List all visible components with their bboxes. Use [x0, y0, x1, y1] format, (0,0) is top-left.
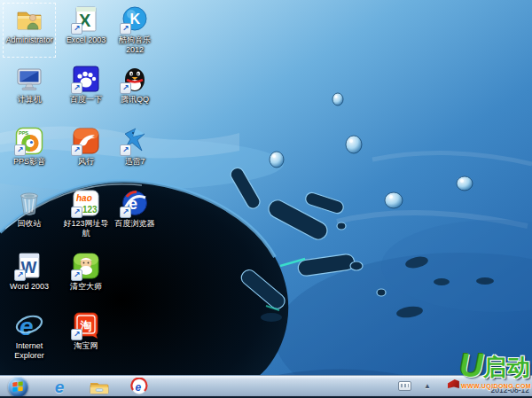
start-button[interactable] [4, 377, 31, 396]
baidu-paw-icon: ↗ [72, 65, 100, 93]
desktop-icon-baidu-browser[interactable]: e ↗ 百度浏览器 [106, 189, 163, 229]
taskbar-internet-explorer[interactable]: e [46, 377, 73, 396]
xunlei-bird-icon: ↗ [121, 127, 149, 155]
desktop-icon-computer[interactable]: 计算机 [1, 65, 58, 105]
icon-label: Internet Explorer [4, 341, 54, 361]
taobao-icon: 淘 ↗ [72, 311, 100, 339]
icon-label: 计算机 [4, 95, 54, 105]
icon-label: Excel 2003 [61, 35, 111, 45]
icon-label: 酷狗音乐 2012 [110, 35, 160, 55]
shortcut-arrow-icon: ↗ [120, 144, 131, 156]
svg-text:K: K [130, 12, 141, 27]
desktop-icon-taobao[interactable]: 淘 ↗ 淘宝网 [58, 311, 114, 351]
taskbar: e e [0, 375, 532, 396]
icon-label: 腾讯QQ [110, 95, 160, 105]
user-folder-icon [15, 5, 43, 34]
recycle-bin-icon [15, 189, 43, 217]
svg-text:PPS: PPS [19, 130, 28, 136]
svg-text:e: e [136, 381, 142, 394]
tray-clock-date[interactable]: 2012-08-12 [491, 386, 529, 394]
kugou-icon: K ↗ [121, 5, 149, 34]
hao123-icon: hao 123 ↗ [72, 189, 100, 217]
icon-label: 回收站 [4, 219, 54, 229]
show-hidden-icons-button[interactable]: ▲ [424, 382, 431, 390]
shortcut-arrow-icon: ↗ [120, 82, 131, 94]
icon-label: PPS影音 [4, 157, 54, 167]
desktop-icon-tencent-qq[interactable]: ↗ 腾讯QQ [106, 65, 163, 105]
shortcut-arrow-icon: ↗ [71, 207, 82, 218]
shortcut-arrow-icon: ↗ [120, 23, 131, 35]
qq-penguin-icon: ↗ [121, 65, 149, 93]
icon-label: Word 2003 [4, 282, 54, 292]
funshion-bird-icon: ↗ [72, 127, 100, 155]
ie-e-icon: e [55, 378, 65, 395]
desktop-icon-qingkong-master[interactable]: ↗ 清空大师 [58, 252, 114, 292]
desktop-icon-xunlei[interactable]: ↗ 迅雷7 [106, 127, 163, 167]
icon-label: 好123网址导航 [61, 219, 111, 238]
ie-icon: e [15, 311, 43, 339]
taskbar-baidu-browser[interactable]: e [126, 377, 153, 396]
old-master-face-icon: ↗ [72, 252, 100, 280]
shortcut-arrow-icon: ↗ [71, 23, 82, 35]
shortcut-arrow-icon: ↗ [71, 329, 82, 340]
icon-label: 迅雷7 [110, 157, 160, 167]
icon-label: 淘宝网 [61, 341, 111, 351]
svg-text:hao: hao [76, 193, 92, 203]
taskbar-windows-explorer[interactable] [86, 377, 113, 396]
icon-label: 风行 [61, 157, 111, 167]
folder-icon [89, 378, 110, 395]
desktop-icon-pps[interactable]: PPS ↗ PPS影音 [1, 127, 58, 167]
windows-flag-icon [8, 377, 28, 397]
icon-label: 百度浏览器 [110, 219, 160, 229]
shortcut-arrow-icon: ↗ [14, 269, 26, 281]
shortcut-arrow-icon: ↗ [71, 269, 82, 281]
desktop-icon-administrator[interactable]: Administrator [1, 5, 58, 45]
desktop-icon-word-2003[interactable]: W ↗ Word 2003 [1, 252, 58, 292]
excel-icon: X ↗ [72, 5, 100, 34]
svg-text:123: 123 [82, 205, 98, 215]
desktop-icon-kugou-music[interactable]: K ↗ 酷狗音乐 2012 [106, 5, 163, 55]
desktop-icon-recycle-bin[interactable]: 回收站 [1, 189, 58, 229]
baidu-browser-e-icon: e [130, 378, 148, 395]
icon-label: 清空大师 [61, 282, 111, 292]
shortcut-arrow-icon: ↗ [71, 82, 82, 94]
shortcut-arrow-icon: ↗ [71, 144, 82, 156]
baidu-browser-icon: e ↗ [121, 189, 149, 217]
desktop-icon-internet-explorer[interactable]: e Internet Explorer [1, 311, 58, 361]
word-icon: W ↗ [15, 252, 43, 280]
computer-icon [15, 65, 43, 93]
pps-icon: PPS ↗ [15, 127, 43, 155]
desktop: Administrator X ↗ Excel 2003 K ↗ 酷狗音乐 20… [0, 0, 532, 398]
shortcut-arrow-icon: ↗ [14, 144, 26, 156]
icon-label: 百度一下 [61, 95, 111, 105]
shortcut-arrow-icon: ↗ [120, 207, 131, 218]
input-method-keyboard-icon[interactable] [398, 381, 411, 391]
